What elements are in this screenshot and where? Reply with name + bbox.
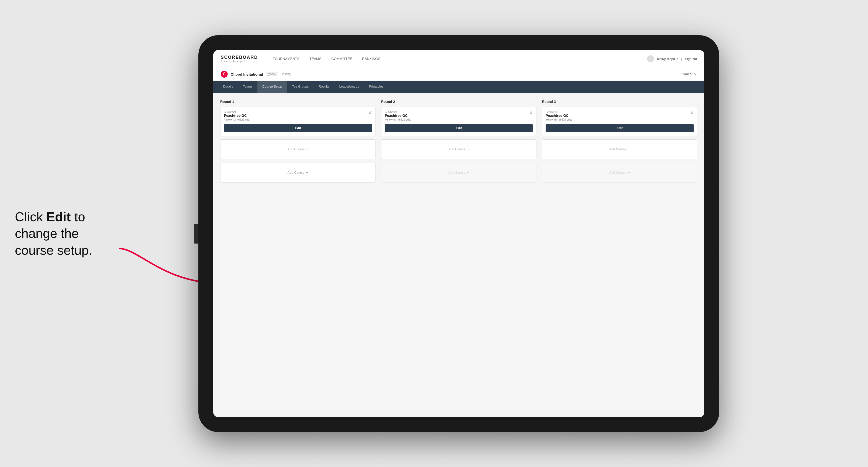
round-1-edit-button[interactable]: Edit bbox=[224, 124, 372, 132]
gender-badge: (Men) bbox=[266, 72, 278, 76]
edit-bold: Edit bbox=[46, 209, 71, 224]
round-3-add-course-1[interactable]: Add Course + bbox=[542, 139, 698, 159]
round-2-edit-button[interactable]: Edit bbox=[385, 124, 533, 132]
round-2-add-course-1-plus-icon: + bbox=[467, 147, 469, 152]
round-2-add-course-2-plus-icon: + bbox=[467, 170, 469, 175]
round-3-course-name: Peachtree GC bbox=[546, 114, 694, 118]
round-2-add-course-2: Add Course + bbox=[381, 163, 537, 183]
nav-committee[interactable]: COMMITTEE bbox=[331, 57, 352, 61]
logo-sub: Powered by clippd bbox=[221, 60, 260, 63]
rounds-grid: Round 1 🗑 (Course A) Peachtree GC Yellow… bbox=[220, 100, 698, 186]
round-1-add-course-1[interactable]: Add Course + bbox=[220, 139, 376, 159]
tablet-side-button bbox=[194, 224, 198, 244]
round-3-edit-button[interactable]: Edit bbox=[546, 124, 694, 132]
round-2-course-name: Peachtree GC bbox=[385, 114, 533, 118]
round-1-column: Round 1 🗑 (Course A) Peachtree GC Yellow… bbox=[220, 100, 376, 186]
round-1-delete-icon[interactable]: 🗑 bbox=[368, 110, 373, 115]
round-3-add-course-2-plus-icon: + bbox=[628, 170, 630, 175]
round-3-add-course-1-plus-icon: + bbox=[628, 147, 630, 152]
logo-area: SCOREBOARD Powered by clippd bbox=[221, 55, 260, 63]
round-3-course-label: (Course A) bbox=[546, 111, 694, 113]
round-1-add-course-1-label: Add Course bbox=[287, 147, 305, 151]
round-2-label: Round 2 bbox=[381, 100, 537, 104]
round-3-add-course-2-label: Add Course bbox=[609, 170, 626, 174]
round-2-add-course-2-label: Add Course bbox=[448, 170, 465, 174]
round-1-add-course-2[interactable]: Add Course + bbox=[220, 163, 376, 183]
clippd-icon: C bbox=[221, 71, 228, 77]
nav-teams[interactable]: TEAMS bbox=[310, 57, 321, 61]
round-3-label: Round 3 bbox=[542, 100, 698, 104]
sub-header-left: C Clippd Invitational (Men) Hosting bbox=[221, 71, 291, 77]
round-1-course-detail: Yellow (M) (6629 yds) bbox=[224, 118, 372, 121]
round-2-add-course-1-label: Add Course bbox=[448, 147, 465, 151]
round-2-course-label: (Course A) bbox=[385, 111, 533, 113]
round-2-column: Round 2 🗑 (Course A) Peachtree GC Yellow… bbox=[381, 100, 537, 186]
tab-details[interactable]: Details bbox=[218, 81, 238, 93]
tab-printables[interactable]: Printables bbox=[364, 81, 389, 93]
cancel-button[interactable]: Cancel ✕ bbox=[682, 72, 697, 76]
tab-bar: Details Teams Course Setup Tee Groups Re… bbox=[213, 81, 704, 93]
hosting-badge: Hosting bbox=[280, 72, 291, 76]
round-1-course-label: (Course A) bbox=[224, 111, 372, 113]
cancel-x-icon: ✕ bbox=[694, 72, 697, 76]
tab-course-setup[interactable]: Course Setup bbox=[257, 81, 287, 93]
sign-out-link[interactable]: Sign out bbox=[685, 57, 697, 61]
nav-right: blair@clippd.io | Sign out bbox=[647, 55, 697, 62]
tablet-screen: SCOREBOARD Powered by clippd TOURNAMENTS… bbox=[213, 50, 704, 417]
main-content: Round 1 🗑 (Course A) Peachtree GC Yellow… bbox=[213, 93, 704, 417]
user-avatar bbox=[647, 55, 654, 62]
tournament-name: Clippd Invitational bbox=[230, 72, 263, 76]
navbar: SCOREBOARD Powered by clippd TOURNAMENTS… bbox=[213, 50, 704, 68]
round-3-column: Round 3 🗑 (Course A) Peachtree GC Yellow… bbox=[542, 100, 698, 186]
round-1-add-course-1-plus-icon: + bbox=[306, 147, 308, 152]
sub-header: C Clippd Invitational (Men) Hosting Canc… bbox=[213, 68, 704, 81]
round-3-course-card: 🗑 (Course A) Peachtree GC Yellow (M) (66… bbox=[542, 107, 698, 136]
tab-results[interactable]: Results bbox=[314, 81, 334, 93]
round-3-course-detail: Yellow (M) (6629 yds) bbox=[546, 118, 694, 121]
round-2-course-card: 🗑 (Course A) Peachtree GC Yellow (M) (66… bbox=[381, 107, 537, 136]
round-1-label: Round 1 bbox=[220, 100, 376, 104]
nav-rankings[interactable]: RANKINGS bbox=[362, 57, 380, 61]
user-email: blair@clippd.io bbox=[657, 57, 678, 61]
round-2-delete-icon[interactable]: 🗑 bbox=[528, 110, 534, 115]
round-1-course-name: Peachtree GC bbox=[224, 114, 372, 118]
nav-links: TOURNAMENTS TEAMS COMMITTEE RANKINGS bbox=[273, 57, 647, 61]
round-3-delete-icon[interactable]: 🗑 bbox=[689, 110, 695, 115]
nav-tournaments[interactable]: TOURNAMENTS bbox=[273, 57, 300, 61]
round-2-add-course-1[interactable]: Add Course + bbox=[381, 139, 537, 159]
round-1-add-course-2-plus-icon: + bbox=[306, 170, 308, 175]
tablet-device: SCOREBOARD Powered by clippd TOURNAMENTS… bbox=[198, 35, 719, 432]
tab-tee-groups[interactable]: Tee Groups bbox=[287, 81, 314, 93]
round-1-add-course-2-label: Add Course bbox=[287, 170, 305, 174]
nav-separator: | bbox=[681, 57, 682, 61]
round-3-add-course-1-label: Add Course bbox=[609, 147, 626, 151]
tab-teams[interactable]: Teams bbox=[238, 81, 257, 93]
tab-leaderboards[interactable]: Leaderboards bbox=[334, 81, 364, 93]
round-3-add-course-2: Add Course + bbox=[542, 163, 698, 183]
round-1-course-card: 🗑 (Course A) Peachtree GC Yellow (M) (66… bbox=[220, 107, 376, 136]
round-2-course-detail: Yellow (M) (6629 yds) bbox=[385, 118, 533, 121]
logo-text: SCOREBOARD bbox=[221, 55, 260, 60]
